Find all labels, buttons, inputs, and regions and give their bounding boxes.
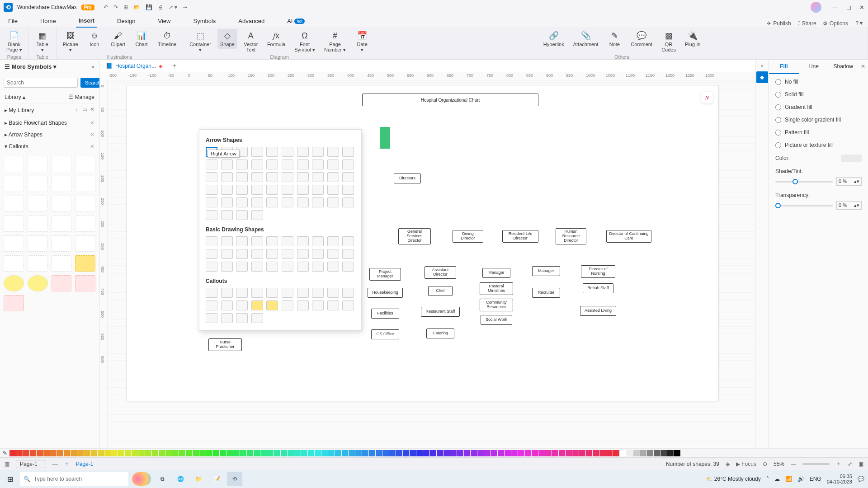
section-flowchart[interactable]: ▸ Basic Flowchart Shapes✕	[0, 117, 99, 129]
node-don[interactable]: Director of Nursing	[581, 265, 615, 278]
user-avatar[interactable]	[811, 2, 821, 13]
shape-cell[interactable]	[251, 262, 263, 272]
shape-cell[interactable]	[236, 160, 248, 169]
taskbar-search[interactable]: 🔍 Type here to search	[20, 472, 128, 486]
ribbon-plugin[interactable]: 🔌Plug-in	[682, 29, 703, 49]
shape-cell[interactable]	[236, 249, 248, 259]
menu-symbols[interactable]: Symbols	[190, 16, 218, 27]
shape-cell[interactable]	[342, 300, 354, 310]
shape-cell[interactable]	[327, 147, 339, 157]
ribbon-blank-page[interactable]: 📄Blank Page ▾	[4, 29, 25, 54]
tab-fill[interactable]: Fill	[769, 60, 799, 74]
prev-page-icon[interactable]: —	[52, 461, 58, 467]
shape-cell[interactable]	[312, 288, 324, 298]
onedrive-icon[interactable]: ☁	[774, 476, 780, 482]
weather-widget[interactable]: ⛅ 26°C Mostly cloudy	[706, 476, 761, 482]
shape-cell[interactable]	[327, 249, 339, 259]
shape-cell[interactable]	[342, 262, 354, 272]
clock[interactable]: 06:3504-10-2023	[827, 474, 852, 484]
print-icon[interactable]: 🖨	[158, 4, 163, 10]
shape-cell[interactable]	[221, 185, 233, 195]
opt-single-gradient[interactable]: Single color gradient fill	[775, 117, 862, 123]
node-ad[interactable]: Assistant Director	[425, 266, 456, 279]
shape-cell[interactable]	[312, 185, 324, 195]
qat-more-icon[interactable]: ⇢	[183, 4, 187, 10]
opt-nofill[interactable]: No fill	[775, 79, 862, 85]
symbol-search-input[interactable]	[4, 78, 78, 88]
undo-icon[interactable]: ↶	[104, 4, 108, 10]
language-icon[interactable]: ENG	[810, 476, 821, 482]
shape-cell[interactable]	[251, 172, 263, 182]
shape-cell[interactable]	[312, 160, 324, 169]
shape-cell[interactable]	[327, 172, 339, 182]
shape-cell[interactable]	[342, 249, 354, 259]
callout-thumb[interactable]	[4, 156, 24, 172]
ribbon-timeline[interactable]: ⏱Timeline	[155, 29, 179, 49]
node-gs[interactable]: GS Office	[371, 329, 399, 339]
ribbon-qr[interactable]: ▩QR Codes	[659, 29, 679, 54]
ribbon-formula[interactable]: 𝑓xFormula	[264, 29, 288, 49]
ribbon-vectortext[interactable]: AVector Text	[241, 29, 261, 54]
shape-cell[interactable]	[297, 249, 309, 259]
node-rec[interactable]: Recruiter	[532, 288, 560, 298]
shape-cell[interactable]	[206, 185, 217, 195]
shape-cell[interactable]	[236, 300, 248, 310]
shape-cell[interactable]	[342, 185, 354, 195]
zoom-in-icon[interactable]: ＋	[836, 460, 841, 468]
new-lib-icon[interactable]: ▭	[82, 106, 87, 114]
eyedropper-icon[interactable]: ✎	[3, 450, 7, 456]
shape-cell[interactable]	[282, 147, 293, 157]
shape-cell[interactable]	[312, 236, 324, 246]
menu-view[interactable]: View	[156, 16, 174, 27]
export-icon[interactable]: ↗ ▾	[169, 4, 177, 10]
shape-cell[interactable]	[342, 147, 354, 157]
ribbon-chart[interactable]: 📊Chart	[132, 29, 151, 49]
publish-button[interactable]: ✈ Publish	[767, 20, 791, 27]
node-fac[interactable]: Facilities	[371, 309, 399, 319]
tray-chevron-icon[interactable]: ˄	[766, 476, 769, 482]
fullscreen-icon[interactable]: ▣	[859, 461, 863, 467]
shape-cell[interactable]	[327, 262, 339, 272]
shape-cell[interactable]	[342, 160, 354, 169]
shape-cell[interactable]	[342, 197, 354, 207]
shape-cell[interactable]	[206, 172, 217, 182]
close-lib-icon[interactable]: ✕	[90, 106, 94, 114]
widgets-icon[interactable]	[132, 472, 151, 486]
shape-cell[interactable]	[221, 236, 233, 246]
shape-cell[interactable]	[251, 197, 263, 207]
start-button[interactable]: ⊞	[4, 473, 16, 485]
node-al[interactable]: Assisted Living	[580, 306, 616, 316]
menu-design[interactable]: Design	[114, 16, 138, 27]
shape-cell[interactable]	[297, 288, 309, 298]
page-selector[interactable]: Page-1	[16, 460, 46, 468]
library-label[interactable]: Library ▴	[5, 94, 25, 100]
save-icon[interactable]: 💾	[146, 4, 152, 10]
mylibrary-item[interactable]: ▸ My Library	[5, 107, 34, 113]
shape-cell[interactable]	[312, 262, 324, 272]
menu-insert[interactable]: Insert	[76, 15, 97, 28]
explorer-icon[interactable]: 📁	[191, 472, 206, 486]
node-rs[interactable]: Restaurant Staff	[421, 307, 460, 317]
close-icon[interactable]: ✕	[859, 4, 864, 11]
opt-solid[interactable]: Solid fill	[775, 91, 862, 98]
shape-cell[interactable]	[327, 236, 339, 246]
manage-link[interactable]: ☰ Manage	[68, 94, 94, 100]
node-cat[interactable]: Catering	[426, 328, 454, 338]
zoom-out-icon[interactable]: —	[791, 461, 796, 467]
shape-cell[interactable]	[312, 249, 324, 259]
node-nurse[interactable]: Nurse Practioner	[208, 338, 242, 351]
help-icon[interactable]: ？▾	[854, 19, 863, 27]
fit-icon[interactable]: ⤢	[848, 461, 852, 467]
shape-cell[interactable]	[297, 262, 309, 272]
canvas[interactable]: 050100150200250300350400450500550600 Hos…	[99, 80, 755, 448]
shape-cell[interactable]	[327, 300, 339, 310]
title-node[interactable]: Hospital Organizational Chart	[362, 94, 538, 106]
ribbon-hyperlink[interactable]: 🔗Hyperlink	[541, 29, 567, 49]
node-mgr2[interactable]: Manager	[532, 266, 560, 276]
menu-file[interactable]: File	[5, 16, 20, 27]
shape-cell[interactable]	[297, 147, 309, 157]
shape-cell[interactable]	[206, 262, 217, 272]
taskview-icon[interactable]: ⧉	[155, 472, 170, 486]
shape-cell[interactable]	[251, 160, 263, 169]
shape-cell[interactable]	[206, 300, 217, 310]
